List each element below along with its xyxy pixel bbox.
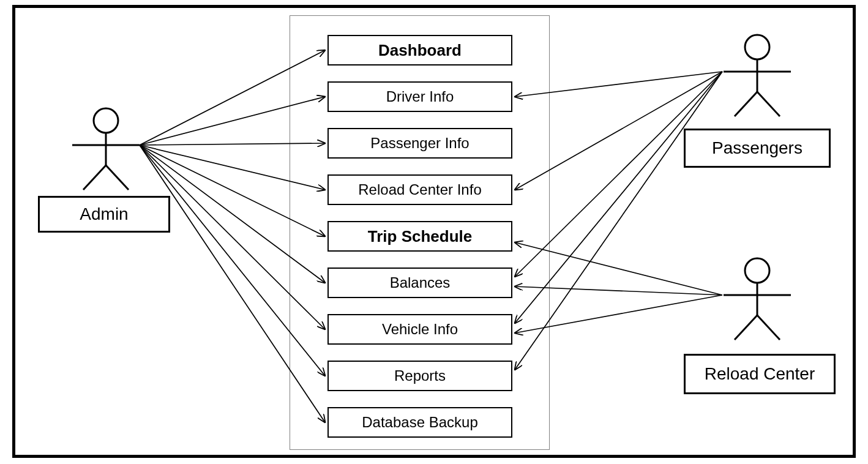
usecase-database-backup: Database Backup <box>327 407 512 438</box>
usecase-passenger-info: Passenger Info <box>327 128 512 159</box>
usecase-balances: Balances <box>327 268 512 298</box>
usecase-reload-center-info: Reload Center Info <box>327 174 512 205</box>
usecase-vehicle-info: Vehicle Info <box>327 314 512 345</box>
usecase-reports: Reports <box>327 361 512 391</box>
actor-reload-center-label: Reload Center <box>684 354 836 394</box>
usecase-dashboard: Dashboard <box>327 35 512 65</box>
actor-passengers-label: Passengers <box>684 129 831 168</box>
usecase-trip-schedule: Trip Schedule <box>327 221 512 252</box>
actor-admin-label: Admin <box>38 196 170 233</box>
use-case-diagram: Dashboard Driver Info Passenger Info Rel… <box>0 0 868 464</box>
usecase-driver-info: Driver Info <box>327 81 512 112</box>
